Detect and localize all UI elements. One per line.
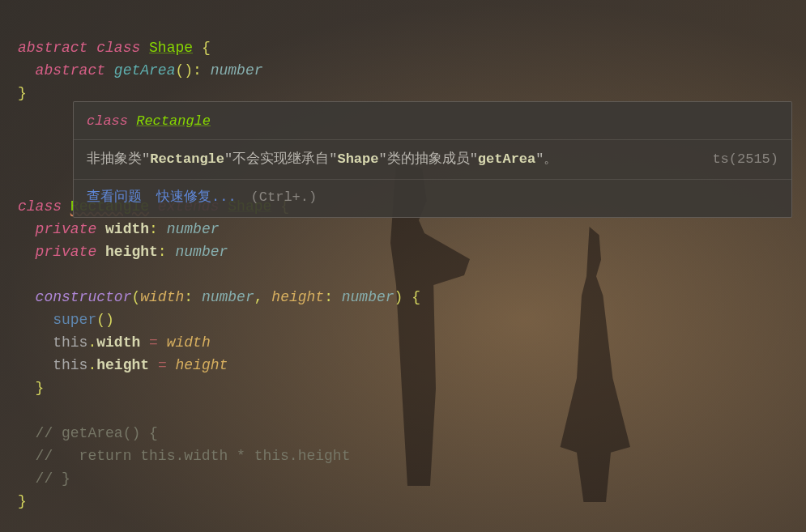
brace-open: {	[202, 40, 211, 56]
msg-quote: "	[142, 151, 150, 167]
constructor-keyword: constructor	[36, 289, 132, 305]
param-height: height	[271, 289, 324, 305]
keyword-class: class	[87, 113, 128, 129]
type-number: number	[211, 62, 263, 79]
colon: :	[158, 244, 167, 260]
msg-text: 。	[544, 151, 557, 167]
dot: .	[87, 334, 96, 351]
code-line[interactable]: abstract class Shape {	[18, 36, 806, 59]
shortcut-hint: (Ctrl+.)	[251, 189, 318, 205]
this-keyword: this	[53, 357, 87, 373]
comment-line: // return this.width * this.height	[36, 448, 351, 464]
code-line[interactable]: }	[18, 377, 806, 399]
class-shape: Shape	[149, 40, 193, 56]
property-height: height	[105, 244, 158, 260]
brace-open: {	[412, 289, 420, 305]
param-width: width	[140, 289, 184, 305]
brace-close: }	[18, 85, 27, 101]
code-line[interactable]: private height: number	[18, 240, 806, 263]
colon: :	[193, 62, 202, 79]
comma: ,	[254, 289, 263, 305]
type-number: number	[175, 244, 228, 260]
code-line[interactable]: // }	[18, 467, 806, 490]
keyword-abstract: abstract	[36, 62, 105, 79]
quick-fix-link[interactable]: 快速修复...	[156, 189, 237, 205]
tooltip-actions: 查看问题快速修复...(Ctrl+.)	[74, 180, 791, 217]
param-height: height	[176, 357, 228, 373]
super-call: super	[53, 312, 96, 328]
param-width: width	[167, 334, 211, 351]
code-line[interactable]	[18, 263, 806, 286]
code-line[interactable]: abstract getArea(): number	[18, 59, 806, 82]
paren-open: (	[175, 62, 184, 79]
property-width: width	[105, 221, 149, 237]
msg-text: 非抽象类	[87, 151, 142, 167]
code-line[interactable]: // return this.width * this.height	[18, 445, 806, 467]
code-line[interactable]: constructor(width: number, height: numbe…	[18, 286, 806, 309]
paren-close: )	[184, 62, 193, 79]
equals-op: =	[158, 357, 167, 373]
comment-line: // getArea() {	[36, 425, 158, 441]
keyword-class: class	[96, 40, 140, 56]
paren-open: (	[131, 289, 140, 305]
code-line[interactable]: this.height = height	[18, 354, 806, 377]
dot: .	[87, 357, 96, 373]
tooltip-error-message: 非抽象类"Rectangle"不会实现继承自"Shape"类的抽象成员"getA…	[74, 140, 791, 180]
colon: :	[184, 289, 193, 305]
type-number: number	[342, 289, 394, 305]
paren-close: )	[105, 312, 114, 328]
this-keyword: this	[53, 334, 87, 351]
keyword-abstract: abstract	[18, 40, 87, 56]
paren-close: )	[394, 289, 403, 305]
code-line[interactable]: this.width = width	[18, 331, 806, 354]
brace-close: }	[18, 493, 27, 509]
code-line[interactable]: private width: number	[18, 218, 806, 240]
type-number: number	[202, 289, 254, 305]
comment-line: // }	[36, 470, 70, 487]
msg-shape: Shape	[337, 151, 378, 167]
paren-open: (	[96, 312, 105, 328]
type-number: number	[167, 221, 220, 237]
view-problem-link[interactable]: 查看问题	[87, 189, 142, 205]
hover-tooltip: class Rectangle 非抽象类"Rectangle"不会实现继承自"S…	[73, 101, 792, 218]
msg-rectangle: Rectangle	[150, 151, 224, 167]
tooltip-signature: class Rectangle	[74, 102, 791, 140]
msg-quote: "	[329, 151, 337, 167]
msg-quote: "	[470, 151, 478, 167]
msg-quote: "	[224, 151, 232, 167]
equals-op: =	[149, 334, 158, 351]
error-code: ts(2515)	[712, 148, 778, 171]
msg-quote: "	[535, 151, 544, 167]
msg-text: 类的抽象成员	[387, 151, 470, 167]
method-getarea: getArea	[114, 62, 176, 79]
code-editor[interactable]: abstract class Shape { abstract getArea(…	[0, 0, 806, 532]
property-width: width	[96, 334, 140, 351]
code-line[interactable]	[18, 399, 806, 422]
msg-quote: "	[378, 151, 386, 167]
property-height: height	[96, 357, 149, 373]
brace-close: }	[36, 380, 45, 396]
class-rectangle: Rectangle	[136, 113, 211, 129]
keyword-class: class	[18, 198, 62, 215]
msg-getarea: getArea	[478, 151, 535, 167]
msg-text: 不会实现继承自	[232, 151, 329, 167]
colon: :	[149, 221, 158, 237]
code-line[interactable]: }	[18, 490, 806, 513]
keyword-private: private	[36, 244, 97, 260]
code-line[interactable]: // getArea() {	[18, 422, 806, 445]
colon: :	[324, 289, 333, 305]
keyword-private: private	[36, 221, 97, 237]
code-line[interactable]: super()	[18, 309, 806, 331]
